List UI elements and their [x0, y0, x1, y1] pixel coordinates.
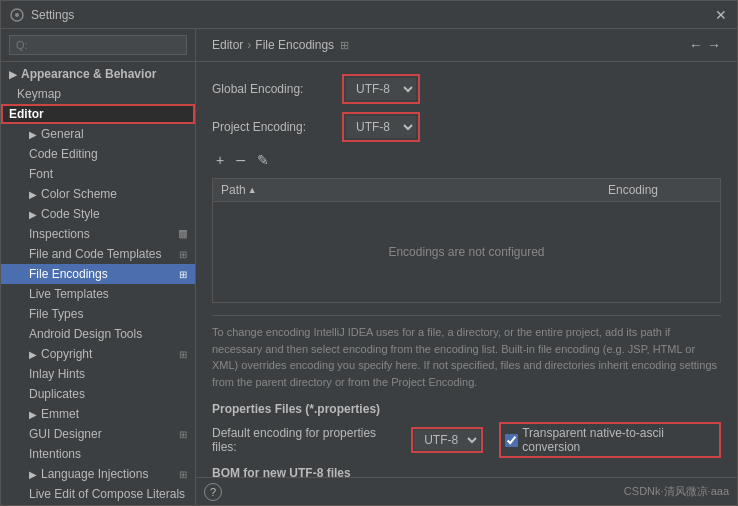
breadcrumb-separator: › [247, 38, 251, 52]
sidebar-item-label: File Types [29, 307, 83, 321]
remove-button[interactable]: – [232, 150, 249, 170]
badge-icon: ⊞ [179, 469, 187, 480]
sidebar-item-live-edit[interactable]: Live Edit of Compose Literals [1, 484, 195, 504]
sidebar-item-duplicates[interactable]: Duplicates [1, 384, 195, 404]
expand-arrow-icon: ▶ [29, 189, 37, 200]
sidebar-item-gui-designer[interactable]: GUI Designer ⊞ [1, 424, 195, 444]
encodings-table: Path ▲ Encoding Encodings are not config… [212, 178, 721, 303]
sidebar-item-inspections[interactable]: Inspections ⊞ [1, 224, 195, 244]
back-button[interactable]: ← [689, 37, 703, 53]
transparent-checkbox[interactable] [505, 434, 518, 447]
close-button[interactable]: ✕ [713, 7, 729, 23]
global-encoding-select-wrapper: UTF-8 [342, 74, 420, 104]
transparent-checkbox-wrapper: Transparent native-to-ascii conversion [499, 422, 721, 458]
sidebar-item-label: Inspections [29, 227, 90, 241]
sort-arrow-icon: ▲ [248, 185, 257, 195]
sidebar-item-label: Keymap [17, 87, 61, 101]
expand-arrow-icon: ▶ [29, 129, 37, 140]
table-body: Encodings are not configured [213, 202, 720, 302]
sidebar-item-code-style[interactable]: ▶ Code Style [1, 204, 195, 224]
expand-arrow-icon: ▶ [29, 409, 37, 420]
sidebar-item-color-scheme[interactable]: ▶ Color Scheme [1, 184, 195, 204]
default-encoding-label: Default encoding for properties files: [212, 426, 395, 454]
sidebar-item-label: Code Editing [29, 147, 98, 161]
search-input[interactable] [9, 35, 187, 55]
badge-icon: ⊞ [179, 349, 187, 360]
breadcrumb-editor: Editor [212, 38, 243, 52]
main-header: Editor › File Encodings ⊞ ← → [196, 29, 737, 62]
main-panel: Editor › File Encodings ⊞ ← → Global Enc… [196, 29, 737, 505]
sidebar-item-natural-languages[interactable]: ▶ Natural Languages [1, 504, 195, 505]
bottom-bar: ? CSDNk·清风微凉·aaa [196, 477, 737, 505]
empty-table-message: Encodings are not configured [388, 245, 544, 259]
sidebar-item-label: Language Injections [41, 467, 148, 481]
sidebar-item-label: Intentions [29, 447, 81, 461]
breadcrumb-icon: ⊞ [340, 39, 349, 52]
breadcrumb-file-encodings: File Encodings [255, 38, 334, 52]
sidebar: ▶ Appearance & Behavior Keymap Editor ▶ … [1, 29, 196, 505]
badge-icon: ⊞ [179, 269, 187, 280]
sidebar-item-general[interactable]: ▶ General [1, 124, 195, 144]
project-encoding-label: Project Encoding: [212, 120, 342, 134]
sidebar-item-code-editing[interactable]: Code Editing [1, 144, 195, 164]
sidebar-item-label: Appearance & Behavior [21, 67, 156, 81]
global-encoding-select[interactable]: UTF-8 [346, 78, 416, 100]
toolbar-row: + – ✎ [212, 150, 721, 170]
settings-window: Settings ✕ ▶ Appearance & Behavior Keyma… [0, 0, 738, 506]
help-button[interactable]: ? [204, 483, 222, 501]
title-bar-controls: ✕ [713, 7, 729, 23]
sidebar-item-label: File and Code Templates [29, 247, 162, 261]
properties-encoding-select-wrapper: UTF-8 [411, 427, 483, 453]
project-encoding-row: Project Encoding: UTF-8 [212, 112, 721, 142]
svg-point-1 [15, 13, 19, 17]
sidebar-item-label: Copyright [41, 347, 92, 361]
sidebar-item-label: Emmet [41, 407, 79, 421]
info-text: To change encoding IntelliJ IDEA uses fo… [212, 315, 721, 390]
badge-icon: ⊞ [179, 429, 187, 440]
properties-row: Default encoding for properties files: U… [212, 422, 721, 458]
sidebar-item-emmet[interactable]: ▶ Emmet [1, 404, 195, 424]
sidebar-item-android-design-tools[interactable]: Android Design Tools [1, 324, 195, 344]
sidebar-item-font[interactable]: Font [1, 164, 195, 184]
badge-icon: ⊞ [179, 230, 187, 238]
watermark: CSDNk·清风微凉·aaa [624, 484, 729, 499]
sidebar-item-keymap[interactable]: Keymap [1, 84, 195, 104]
properties-encoding-select[interactable]: UTF-8 [414, 430, 480, 450]
sidebar-item-label: Live Edit of Compose Literals [29, 487, 185, 501]
sidebar-item-editor[interactable]: Editor [1, 104, 195, 124]
title-bar-text: Settings [31, 8, 713, 22]
bom-section-title: BOM for new UTF-8 files [212, 466, 721, 477]
edit-button[interactable]: ✎ [253, 150, 273, 170]
bom-section: BOM for new UTF-8 files Create UTF-8 fil… [212, 466, 721, 477]
expand-arrow-icon: ▶ [29, 209, 37, 220]
sidebar-item-copyright[interactable]: ▶ Copyright ⊞ [1, 344, 195, 364]
global-encoding-row: Global Encoding: UTF-8 [212, 74, 721, 104]
project-encoding-select[interactable]: UTF-8 [346, 116, 416, 138]
project-encoding-select-wrapper: UTF-8 [342, 112, 420, 142]
sidebar-item-file-types[interactable]: File Types [1, 304, 195, 324]
sidebar-item-file-code-templates[interactable]: File and Code Templates ⊞ [1, 244, 195, 264]
transparent-checkbox-label: Transparent native-to-ascii conversion [522, 426, 715, 454]
sidebar-item-label: Color Scheme [41, 187, 117, 201]
sidebar-item-live-templates[interactable]: Live Templates [1, 284, 195, 304]
sidebar-item-appearance[interactable]: ▶ Appearance & Behavior [1, 64, 195, 84]
sidebar-item-file-encodings[interactable]: File Encodings ⊞ [1, 264, 195, 284]
header-navigation: ← → [689, 37, 721, 53]
main-body: Global Encoding: UTF-8 Project Encoding:… [196, 62, 737, 477]
sidebar-item-label: Duplicates [29, 387, 85, 401]
sidebar-item-label: GUI Designer [29, 427, 102, 441]
sidebar-item-label: General [41, 127, 84, 141]
table-header: Path ▲ Encoding [213, 179, 720, 202]
expand-arrow-icon: ▶ [29, 469, 37, 480]
sidebar-item-language-injections[interactable]: ▶ Language Injections ⊞ [1, 464, 195, 484]
sidebar-item-inlay-hints[interactable]: Inlay Hints [1, 364, 195, 384]
global-encoding-label: Global Encoding: [212, 82, 342, 96]
forward-button[interactable]: → [707, 37, 721, 53]
title-bar: Settings ✕ [1, 1, 737, 29]
sidebar-item-label: Editor [9, 107, 44, 121]
sidebar-items: ▶ Appearance & Behavior Keymap Editor ▶ … [1, 62, 195, 505]
sidebar-item-label: Code Style [41, 207, 100, 221]
sidebar-item-label: Live Templates [29, 287, 109, 301]
sidebar-item-intentions[interactable]: Intentions [1, 444, 195, 464]
add-button[interactable]: + [212, 150, 228, 170]
